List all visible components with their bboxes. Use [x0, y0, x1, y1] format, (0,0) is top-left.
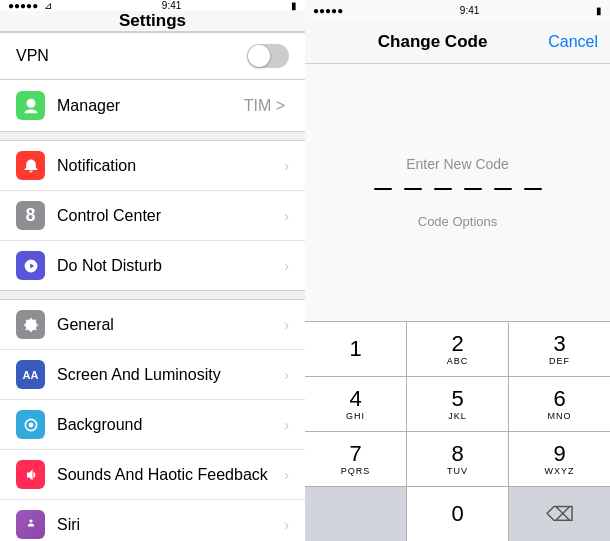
numpad-6[interactable]: 6 MNO	[509, 377, 610, 431]
right-panel: ●●●●● 9:41 ▮ Change Code Cancel Enter Ne…	[305, 0, 610, 541]
battery-icon: ▮	[291, 0, 297, 11]
numpad-0[interactable]: 0	[407, 487, 509, 541]
siri-chevron: ›	[284, 517, 289, 533]
row-screen[interactable]: AA Screen And Luminosity ›	[0, 350, 305, 400]
vpn-toggle[interactable]	[247, 44, 289, 68]
left-signal: ●●●●● ⊿	[8, 0, 52, 11]
control-label: Control Center	[57, 207, 284, 225]
dot-6	[524, 188, 542, 190]
background-icon	[16, 410, 45, 439]
left-nav-title: Settings	[119, 11, 186, 31]
right-status-bar: ●●●●● 9:41 ▮	[305, 0, 610, 20]
right-time: 9:41	[460, 5, 479, 16]
manager-label: Manager	[57, 97, 244, 115]
svg-point-1	[28, 422, 33, 427]
notification-icon	[16, 151, 45, 180]
toggle-knob	[248, 45, 270, 67]
screen-label: Screen And Luminosity	[57, 366, 284, 384]
numpad-7[interactable]: 7 PQRS	[305, 432, 407, 486]
numpad-row-4: 0 ⌫	[305, 487, 610, 541]
row-sounds[interactable]: Sounds And Haotic Feedback ›	[0, 450, 305, 500]
vpn-section: VPN Manager TIM >	[0, 32, 305, 132]
numpad-3[interactable]: 3 DEF	[509, 322, 610, 376]
cancel-btn[interactable]: Cancel	[548, 33, 598, 51]
code-options-label[interactable]: Code Options	[418, 214, 498, 229]
left-status-bar: ●●●●● ⊿ 9:41 ▮	[0, 0, 305, 11]
backspace-icon: ⌫	[546, 502, 574, 526]
control-icon: 8	[16, 201, 45, 230]
dot-2	[404, 188, 422, 190]
screen-chevron: ›	[284, 367, 289, 383]
numpad: 1 2 ABC 3 DEF 4 GHI 5 JKL 6 MNO	[305, 321, 610, 541]
left-nav-bar: Settings	[0, 11, 305, 32]
sounds-icon	[16, 460, 45, 489]
screen-icon: AA	[16, 360, 45, 389]
sounds-chevron: ›	[284, 467, 289, 483]
numpad-5[interactable]: 5 JKL	[407, 377, 509, 431]
background-label: Background	[57, 416, 284, 434]
dot-3	[434, 188, 452, 190]
right-nav-title: Change Code	[378, 32, 488, 52]
right-signal: ●●●●●	[313, 5, 343, 16]
left-panel: ●●●●● ⊿ 9:41 ▮ Settings VPN Manager TIM …	[0, 0, 305, 541]
background-chevron: ›	[284, 417, 289, 433]
dot-4	[464, 188, 482, 190]
manager-row[interactable]: Manager TIM >	[0, 80, 305, 131]
notification-chevron: ›	[284, 158, 289, 174]
siri-icon	[16, 510, 45, 539]
numpad-2[interactable]: 2 ABC	[407, 322, 509, 376]
numpad-empty	[305, 487, 407, 541]
numpad-8[interactable]: 8 TUV	[407, 432, 509, 486]
passcode-area: Enter New Code Code Options	[305, 64, 610, 321]
general-icon	[16, 310, 45, 339]
section-2: General › AA Screen And Luminosity › Bac…	[0, 299, 305, 541]
control-chevron: ›	[284, 208, 289, 224]
dot-1	[374, 188, 392, 190]
passcode-dots	[374, 188, 542, 190]
general-label: General	[57, 316, 284, 334]
row-background[interactable]: Background ›	[0, 400, 305, 450]
enter-code-label: Enter New Code	[406, 156, 509, 172]
numpad-4[interactable]: 4 GHI	[305, 377, 407, 431]
disturb-chevron: ›	[284, 258, 289, 274]
section-1: Notification › 8 Control Center › Do Not…	[0, 140, 305, 291]
right-battery: ▮	[596, 5, 602, 16]
row-control[interactable]: 8 Control Center ›	[0, 191, 305, 241]
general-chevron: ›	[284, 317, 289, 333]
manager-value: TIM >	[244, 97, 285, 115]
dot-5	[494, 188, 512, 190]
left-time: 9:41	[162, 0, 181, 11]
numpad-backspace[interactable]: ⌫	[509, 487, 610, 541]
vpn-label: VPN	[16, 47, 49, 65]
row-disturb[interactable]: Do Not Disturb ›	[0, 241, 305, 290]
wifi-icon: ⊿	[44, 0, 52, 11]
numpad-row-1: 1 2 ABC 3 DEF	[305, 322, 610, 377]
siri-label: Siri	[57, 516, 284, 534]
notification-label: Notification	[57, 157, 284, 175]
manager-icon	[16, 91, 45, 120]
row-notification[interactable]: Notification ›	[0, 141, 305, 191]
disturb-label: Do Not Disturb	[57, 257, 284, 275]
signal-icon: ●●●●●	[8, 0, 38, 11]
numpad-1[interactable]: 1	[305, 322, 407, 376]
row-general[interactable]: General ›	[0, 300, 305, 350]
numpad-9[interactable]: 9 WXYZ	[509, 432, 610, 486]
vpn-row[interactable]: VPN	[0, 33, 305, 80]
disturb-icon	[16, 251, 45, 280]
right-nav-bar: Change Code Cancel	[305, 20, 610, 64]
row-siri[interactable]: Siri ›	[0, 500, 305, 541]
numpad-row-3: 7 PQRS 8 TUV 9 WXYZ	[305, 432, 610, 487]
numpad-row-2: 4 GHI 5 JKL 6 MNO	[305, 377, 610, 432]
sounds-label: Sounds And Haotic Feedback	[57, 466, 284, 484]
